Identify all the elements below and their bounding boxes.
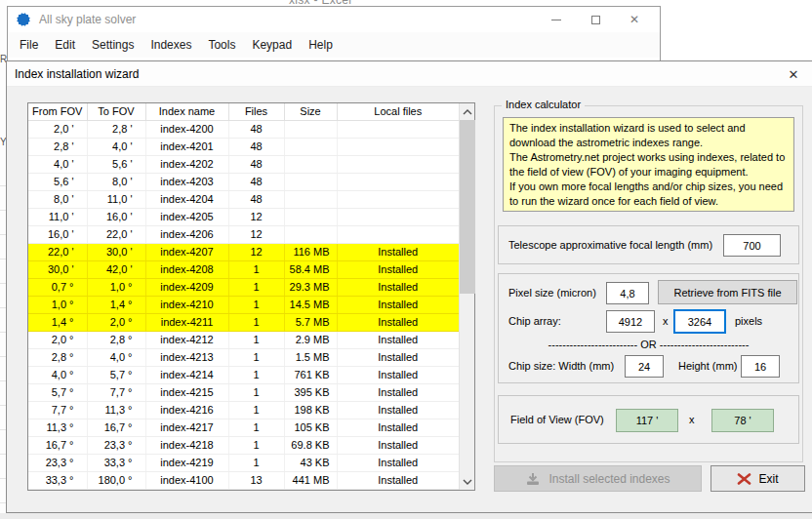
chevron-up-icon — [463, 109, 472, 115]
column-header-files[interactable]: Files — [228, 103, 284, 120]
scroll-down-button[interactable] — [460, 473, 474, 490]
scrollbar-track[interactable] — [460, 120, 474, 473]
fov-height-value: 78 ' — [711, 409, 774, 432]
focal-length-input[interactable]: 700 — [723, 234, 781, 257]
menu-item-tools[interactable]: Tools — [208, 38, 235, 52]
cell-from: 33,3 ° — [28, 471, 87, 489]
index-table-body: 2,0 '2,8 'index-4200482,8 '4,0 'index-42… — [28, 120, 459, 490]
scrollbar-thumb[interactable] — [460, 120, 475, 294]
menu-item-file[interactable]: File — [20, 38, 38, 52]
table-scrollbar[interactable] — [459, 103, 474, 490]
field-of-view-box: Field of View (FOV) 117 ' x 78 ' — [498, 395, 799, 444]
close-button[interactable]: ✕ — [615, 7, 654, 32]
cell-name: index-4209 — [145, 278, 228, 296]
retrieve-fits-button[interactable]: Retrieve from FITS file — [658, 280, 797, 304]
cell-files: 1 — [228, 348, 284, 366]
cell-local: Installed — [337, 454, 459, 471]
menu-item-settings[interactable]: Settings — [92, 38, 134, 52]
column-header-to[interactable]: To FOV — [87, 103, 145, 120]
table-row[interactable]: 30,0 '42,0 'index-4208158.4 MBInstalled — [28, 260, 459, 278]
cell-size — [284, 155, 337, 173]
table-row[interactable]: 0,7 °1,0 °index-4209129.3 MBInstalled — [28, 278, 459, 296]
menu-item-edit[interactable]: Edit — [55, 38, 75, 52]
cell-size — [284, 120, 337, 138]
cell-to: 16,7 ° — [87, 419, 145, 436]
chip-width-input[interactable]: 24 — [625, 355, 664, 378]
menu-item-keypad[interactable]: Keypad — [252, 38, 292, 52]
column-header-local[interactable]: Local files — [337, 103, 459, 120]
scroll-up-button[interactable] — [460, 103, 474, 120]
cell-name: index-4204 — [145, 190, 228, 208]
table-row[interactable]: 23,3 °33,3 °index-4219143 KBInstalled — [28, 454, 459, 471]
exit-x-icon — [737, 473, 751, 485]
table-row[interactable]: 2,8 °4,0 °index-421311.5 MBInstalled — [28, 348, 459, 366]
install-selected-indexes-button[interactable]: Install selected indexes — [494, 465, 702, 492]
cell-local — [337, 138, 459, 155]
cell-from: 30,0 ' — [28, 260, 87, 278]
table-row[interactable]: 16,7 °23,3 °index-4218169.8 KBInstalled — [28, 436, 459, 454]
chip-parameters-box: Pixel size (micron) 4,8 Retrieve from FI… — [498, 273, 799, 383]
cell-name: index-4216 — [145, 401, 228, 419]
exit-button-label: Exit — [758, 472, 778, 486]
table-row[interactable]: 5,7 °7,7 °index-42151395 KBInstalled — [28, 383, 459, 401]
dialog-close-button[interactable]: ✕ — [779, 61, 808, 87]
table-row[interactable]: 2,8 '4,0 'index-420148 — [28, 138, 459, 155]
table-row[interactable]: 16,0 '22,0 'index-420612 — [28, 225, 459, 243]
cell-name: index-4202 — [145, 155, 228, 173]
cell-name: index-4200 — [145, 120, 228, 138]
cell-to: 11,0 ' — [87, 190, 145, 208]
install-icon — [525, 472, 541, 486]
cell-name: index-4100 — [145, 471, 228, 489]
table-header-row[interactable]: From FOVTo FOVIndex nameFilesSizeLocal f… — [28, 103, 459, 120]
dialog-titlebar[interactable]: Index installation wizard ✕ — [7, 61, 812, 87]
dialog-bottom-edge — [0, 513, 812, 519]
index-calculator-title: Index calculator — [502, 99, 585, 110]
cell-local: Installed — [337, 278, 459, 296]
table-row[interactable]: 2,0 °2,8 °index-421212.9 MBInstalled — [28, 331, 459, 348]
or-divider: ------------------------- OR -----------… — [499, 339, 798, 350]
cell-name: index-4206 — [145, 225, 228, 243]
cell-local: Installed — [337, 366, 459, 383]
chip-height-label: Height (mm) — [678, 360, 738, 372]
close-icon: ✕ — [789, 67, 799, 82]
pixel-size-input[interactable]: 4,8 — [606, 282, 649, 304]
table-row[interactable]: 2,0 '2,8 'index-420048 — [28, 120, 459, 138]
dialog-title: Index installation wizard — [15, 67, 139, 81]
chip-array-height-input[interactable]: 3264 — [673, 309, 726, 334]
table-row[interactable]: 22,0 '30,0 'index-420712116 MBInstalled — [28, 243, 459, 260]
cell-to: 42,0 ' — [87, 260, 145, 278]
app-titlebar[interactable]: All sky plate solver ✕ — [8, 7, 660, 32]
table-row[interactable]: 33,3 °180,0 °index-410013441 MBInstalled — [28, 471, 459, 489]
index-installation-wizard-dialog: Index installation wizard ✕ From FOVTo F… — [6, 60, 812, 513]
cell-from: 1,4 ° — [28, 313, 87, 331]
cell-size: 441 MB — [284, 471, 337, 489]
chip-height-input[interactable]: 16 — [741, 355, 780, 378]
cell-files: 1 — [228, 260, 284, 278]
index-calculator-group: Index calculator The index installation … — [494, 105, 803, 462]
column-header-size[interactable]: Size — [284, 103, 337, 120]
chip-array-width-input[interactable]: 4912 — [606, 310, 655, 333]
minimize-button[interactable] — [537, 7, 576, 32]
exit-button[interactable]: Exit — [710, 465, 805, 492]
app-window: All sky plate solver ✕ FileEditSettingsI… — [7, 6, 661, 64]
table-row[interactable]: 4,0 °5,7 °index-42141761 KBInstalled — [28, 366, 459, 383]
cell-from: 16,7 ° — [28, 436, 87, 454]
column-header-name[interactable]: Index name — [145, 103, 228, 120]
table-row[interactable]: 5,6 '8,0 'index-420348 — [28, 173, 459, 190]
cell-files: 1 — [228, 436, 284, 454]
table-row[interactable]: 11,0 '16,0 'index-420512 — [28, 208, 459, 225]
maximize-button[interactable] — [576, 7, 615, 32]
cell-files: 48 — [228, 155, 284, 173]
cell-to: 5,6 ' — [87, 155, 145, 173]
table-row[interactable]: 1,0 °1,4 °index-4210114.5 MBInstalled — [28, 296, 459, 313]
table-row[interactable]: 7,7 °11,3 °index-42161198 KBInstalled — [28, 401, 459, 419]
table-row[interactable]: 1,4 °2,0 °index-421115.7 MBInstalled — [28, 313, 459, 331]
table-row[interactable]: 11,3 °16,7 °index-42171105 KBInstalled — [28, 419, 459, 436]
menu-item-help[interactable]: Help — [308, 38, 333, 52]
menu-item-indexes[interactable]: Indexes — [150, 38, 191, 52]
cell-local: Installed — [337, 348, 459, 366]
cell-to: 11,3 ° — [87, 401, 145, 419]
table-row[interactable]: 4,0 '5,6 'index-420248 — [28, 155, 459, 173]
column-header-from[interactable]: From FOV — [28, 103, 87, 120]
table-row[interactable]: 8,0 '11,0 'index-420448 — [28, 190, 459, 208]
